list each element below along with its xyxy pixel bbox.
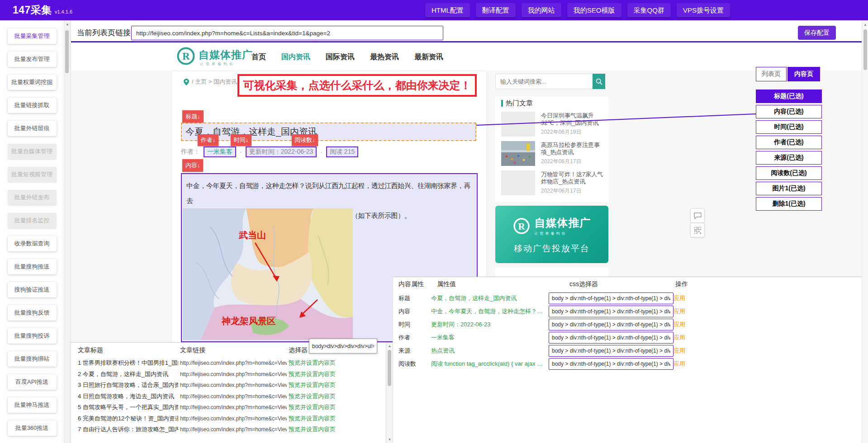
topnav-translate-config[interactable]: 翻译配置: [476, 3, 516, 17]
css-selector-input[interactable]: [549, 319, 674, 330]
sidebar-item-batch-sogou-push[interactable]: 批量搜狗推送: [8, 259, 57, 274]
select-author-button[interactable]: 作者(已选): [756, 136, 822, 149]
row-title: 6 完美自驾游的12个秘诀！资_国内资讯: [78, 413, 178, 424]
list-selector-input[interactable]: [309, 339, 377, 353]
select-time-button[interactable]: 时间(已选): [756, 120, 822, 134]
sidebar-item-index-data-query[interactable]: 收录数据查询: [8, 236, 57, 251]
preview-set-content-link[interactable]: 预览并设置内容页: [289, 380, 336, 391]
meta-dot: ·: [320, 148, 323, 156]
sidebar-item-batch-link-grab[interactable]: 批量链接抓取: [8, 98, 57, 113]
qr-code-button[interactable]: [690, 223, 705, 237]
apply-link[interactable]: 应用: [674, 360, 685, 368]
preview-set-content-link[interactable]: 预览并设置内容页: [289, 369, 336, 380]
content-field-tag[interactable]: 内容↓: [182, 159, 203, 172]
css-selector-input[interactable]: [549, 358, 674, 370]
save-config-button[interactable]: 保存配置: [798, 26, 836, 40]
sidebar-item-batch-sogou-bind-site[interactable]: 批量搜狗绑站: [8, 351, 57, 367]
chat-bubble-button[interactable]: [690, 208, 705, 223]
sidebar-item-baidu-api-push[interactable]: 百度API推送: [8, 374, 57, 390]
list-item[interactable]: 今日深圳事气温飙升32℃，深圳_国内资讯 2022年06月19日: [501, 111, 603, 137]
css-selector-input[interactable]: [549, 292, 674, 304]
site-search: [495, 74, 605, 89]
select-reads-button[interactable]: 阅读数(已选): [756, 166, 822, 180]
scrollbar-up-arrow-icon[interactable]: ▲: [386, 343, 393, 349]
preview-set-content-link[interactable]: 预览并设置内容页: [289, 402, 336, 413]
select-image1-button[interactable]: 图片1(已选): [756, 182, 822, 195]
sidebar-item-batch-sogou-feedback[interactable]: 批量搜狗反馈: [8, 305, 57, 320]
topnav-collect-qq-group[interactable]: 采集QQ群: [627, 3, 671, 17]
ad-banner[interactable]: R 自媒体推广 让世界看到你 移动广告投放平台: [495, 206, 608, 263]
chat-bubble-icon: [694, 212, 702, 219]
scrollbar-up-arrow-icon[interactable]: ▲: [64, 21, 71, 28]
sidebar-item-sogou-verify-push[interactable]: 搜狗验证推送: [8, 282, 57, 297]
window-scrollbar[interactable]: ▲: [862, 20, 868, 443]
list-url-input[interactable]: [131, 26, 443, 40]
article-reads-selection[interactable]: 阅读 215: [326, 146, 358, 157]
search-button[interactable]: [593, 74, 605, 89]
time-field-tag[interactable]: 时间↓: [231, 134, 251, 146]
topnav-my-seo-templates[interactable]: 我的SEO模版: [567, 3, 621, 17]
tab-content-page[interactable]: 内容页: [787, 67, 820, 81]
sidebar-item-batch-publish-mgmt[interactable]: 批量发布管理: [8, 52, 57, 67]
apply-link[interactable]: 应用: [674, 294, 685, 302]
apply-link[interactable]: 应用: [674, 334, 685, 342]
tab-list-page[interactable]: 列表页: [756, 67, 787, 81]
sidebar-menu: 批量采集管理 批量发布管理 批量权重词挖掘 批量链接抓取 批量外链留痕 批量自媒…: [0, 20, 64, 436]
select-delete1-button[interactable]: 删除1(已选): [756, 197, 822, 211]
site-nav-international-news[interactable]: 国际资讯: [326, 52, 355, 62]
sidebar-item-batch-360-push[interactable]: 批量360推送: [8, 420, 57, 436]
row-link: http://feijiseo.com/index.php?m=home&c=V…: [180, 358, 287, 369]
select-title-button[interactable]: 标题(已选): [756, 90, 822, 103]
sidebar-item-batch-collect-mgmt[interactable]: 批量采集管理: [8, 28, 57, 44]
scrollbar-thumb[interactable]: [863, 29, 867, 70]
article-time-selection[interactable]: 更新时间：2022-06-23: [246, 146, 317, 157]
site-nav-home[interactable]: 首页: [251, 52, 266, 62]
site-nav-hottest-news[interactable]: 最热资讯: [370, 52, 399, 62]
keyword-search-input[interactable]: [495, 74, 593, 89]
embedded-target-page: R 自媒体推广 让世界看到你 首页 国内资讯 国际资讯 最热资讯 最新资讯 / …: [70, 42, 868, 443]
topnav-my-sites[interactable]: 我的网站: [522, 3, 561, 17]
article-author-selection[interactable]: 一米集客: [204, 146, 236, 157]
scrollbar-thumb[interactable]: [65, 30, 69, 73]
apply-link[interactable]: 应用: [674, 307, 685, 316]
attr-value: 热点资讯: [431, 347, 545, 355]
topnav-html-config[interactable]: HTML配置: [425, 3, 470, 17]
apply-link[interactable]: 应用: [674, 347, 685, 355]
select-content-button[interactable]: 内容(已选): [756, 105, 822, 118]
hot-article-title[interactable]: 今日深圳事气温飙升32℃，深圳_国内资讯: [541, 112, 604, 127]
select-source-button[interactable]: 来源(已选): [756, 151, 822, 165]
css-selector-input[interactable]: [549, 345, 674, 357]
list-item[interactable]: 万物皆可炸！这7家人气炸物店_热点资讯 2022年06月17日: [501, 170, 603, 196]
hot-article-title[interactable]: 万物皆可炸！这7家人气炸物店_热点资讯: [541, 171, 604, 185]
article-meta-row: 作者： 一米集客 · 更新时间：2022-06-23 · 阅读 215: [181, 146, 358, 158]
location-pin-icon: [184, 79, 189, 85]
sidebar-item-batch-shenma-push[interactable]: 批量神马推送: [8, 397, 57, 413]
hot-article-title[interactable]: 高原马拉松参赛注意事项_热点资讯: [541, 141, 604, 156]
breadcrumb-text: / 主页 > 国内资讯: [192, 78, 237, 86]
article-title-selection[interactable]: 今夏，自驾游，这样走_国内资讯: [181, 123, 476, 141]
site-nav-latest-news[interactable]: 最新资讯: [414, 52, 443, 62]
table-row: 3 日照旅行自驾游攻略，适合亲_国内资讯 http://feijiseo.com…: [70, 380, 384, 391]
css-selector-input[interactable]: [549, 306, 674, 317]
apply-link[interactable]: 应用: [674, 320, 685, 329]
topnav-vps-dial-settings[interactable]: VPS拨号设置: [677, 3, 730, 17]
list-table-scrollbar[interactable]: ▲ ▼: [386, 343, 393, 443]
reads-field-tag[interactable]: 阅读数↓: [292, 134, 318, 146]
sidebar-item-batch-sogou-complaint[interactable]: 批量搜狗投诉: [8, 328, 57, 344]
scrollbar-down-arrow-icon[interactable]: ▼: [386, 437, 393, 443]
author-field-tag[interactable]: 作者↓: [198, 134, 218, 146]
title-field-tag[interactable]: 标题↓: [182, 110, 204, 123]
scrollbar-thumb[interactable]: [388, 350, 391, 386]
site-nav-domestic-news[interactable]: 国内资讯: [281, 52, 310, 62]
scrollbar-up-arrow-icon[interactable]: ▲: [862, 22, 868, 28]
preview-set-content-link[interactable]: 预览并设置内容页: [289, 424, 336, 435]
css-selector-input[interactable]: [549, 332, 674, 344]
preview-set-content-link[interactable]: 预览并设置内容页: [289, 391, 336, 402]
site-brand: 自媒体推广: [199, 48, 253, 62]
preview-set-content-link[interactable]: 预览并设置内容页: [289, 358, 336, 369]
sidebar-item-batch-backlink-trace[interactable]: 批量外链留痕: [8, 121, 57, 136]
sidebar-scrollbar[interactable]: ▲: [64, 20, 71, 443]
list-item[interactable]: 高原马拉松参赛注意事项_热点资讯 2022年06月17日: [501, 140, 603, 166]
sidebar-item-batch-weight-word-mining[interactable]: 批量权重词挖掘: [8, 75, 57, 90]
preview-set-content-link[interactable]: 预览并设置内容页: [289, 413, 336, 424]
